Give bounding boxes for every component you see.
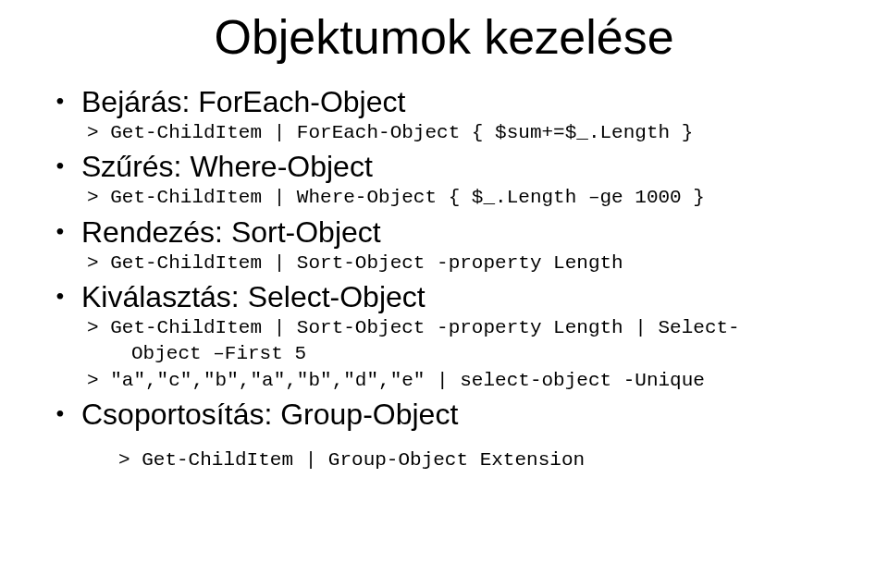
code-sort: > Get-ChildItem | Sort-Object -property … xyxy=(87,251,851,276)
heading-foreach: Bejárás: ForEach-Object xyxy=(81,85,405,118)
heading-group: Csoportosítás: Group-Object xyxy=(81,398,458,431)
bullet-list: Bejárás: ForEach-Object > Get-ChildItem … xyxy=(56,83,851,473)
code-group: > Get-ChildItem | Group-Object Extension xyxy=(118,447,851,473)
code-select-wrap: Object –First 5 xyxy=(131,341,851,367)
slide-title: Objektumok kezelése xyxy=(37,9,851,65)
code-select-extra: > "a","c","b","a","b","d","e" | select-o… xyxy=(87,368,851,394)
section-select: Kiválasztás: Select-Object > Get-ChildIt… xyxy=(56,278,851,394)
section-sort: Rendezés: Sort-Object > Get-ChildItem | … xyxy=(56,214,851,276)
slide: Objektumok kezelése Bejárás: ForEach-Obj… xyxy=(0,0,888,588)
section-foreach: Bejárás: ForEach-Object > Get-ChildItem … xyxy=(56,83,851,146)
heading-select: Kiválasztás: Select-Object xyxy=(81,280,426,313)
code-where: > Get-ChildItem | Where-Object { $_.Leng… xyxy=(87,185,851,211)
code-select-line1: > Get-ChildItem | Sort-Object -property … xyxy=(87,315,851,341)
section-group: Csoportosítás: Group-Object > Get-ChildI… xyxy=(56,396,851,473)
section-where: Szűrés: Where-Object > Get-ChildItem | W… xyxy=(56,148,851,211)
heading-where: Szűrés: Where-Object xyxy=(81,150,373,183)
code-foreach: > Get-ChildItem | ForEach-Object { $sum+… xyxy=(87,120,851,146)
heading-sort: Rendezés: Sort-Object xyxy=(81,215,381,249)
